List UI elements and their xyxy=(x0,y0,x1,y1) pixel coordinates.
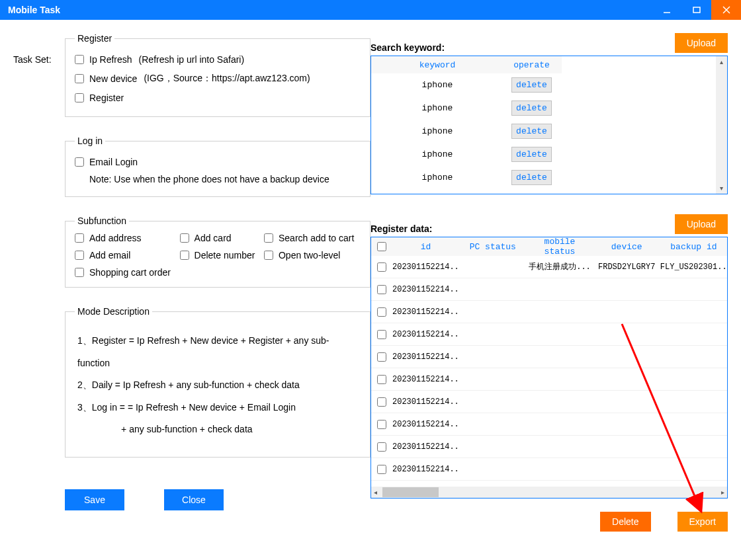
scroll-up-icon[interactable]: ▴ xyxy=(720,56,723,67)
cell-id: 202301152214... xyxy=(392,330,459,339)
subfunction-panel: Subfunction Add address Add card Search … xyxy=(65,216,370,288)
login-note: Note: Use when the phone does not have a… xyxy=(75,171,361,187)
register-row: 202301152214... xyxy=(371,301,727,323)
close-icon xyxy=(722,6,730,14)
mode-panel: Mode Description 1、Register = Ip Refresh… xyxy=(65,306,370,458)
keyword-grid: keyword operate iphonedeleteiphonedelete… xyxy=(370,56,728,194)
register-row: 202301152214... xyxy=(371,458,727,481)
cell-id: 202301152214... xyxy=(392,307,459,317)
row-checkbox[interactable] xyxy=(377,442,386,452)
register-row: 202301152214... xyxy=(371,346,727,368)
register-row: 202301152214... xyxy=(371,278,727,301)
register-row: 202301152214... xyxy=(371,391,727,413)
keyword-row: iphonedelete xyxy=(371,73,562,97)
taskset-label: Task Set: xyxy=(13,33,65,547)
select-all-checkbox[interactable] xyxy=(377,242,386,251)
mode-line-4: + any sub-function + check data xyxy=(77,419,358,441)
col-device: device xyxy=(593,242,660,252)
mode-line-1: 1、Register = Ip Refresh + New device + R… xyxy=(77,330,358,374)
ip-refresh-checkbox[interactable]: Ip Refresh xyxy=(75,54,132,65)
register-legend: Register xyxy=(75,33,114,44)
keyword-scrollbar[interactable]: ▴ ▾ xyxy=(716,56,727,194)
save-button[interactable]: Save xyxy=(65,489,124,510)
keyword-cell: iphone xyxy=(371,103,503,113)
col-pc: PC status xyxy=(459,242,526,252)
keyword-cell: iphone xyxy=(371,173,503,182)
cell-device: FRDSD2YLGRY7 xyxy=(593,262,660,272)
cell-id: 202301152214... xyxy=(392,375,459,384)
mode-line-3: 3、Log in = = Ip Refresh + New device + E… xyxy=(77,397,358,419)
keyword-row: iphonedelete xyxy=(371,97,562,120)
add-card-checkbox[interactable]: Add card xyxy=(180,233,261,243)
login-legend: Log in xyxy=(75,136,105,146)
subfunction-legend: Subfunction xyxy=(75,216,129,226)
ip-refresh-hint: (Refresh ip url into Safari) xyxy=(139,54,245,65)
register-row: 202301152214... xyxy=(371,323,727,346)
keyword-cell: iphone xyxy=(371,126,503,136)
minimize-button[interactable] xyxy=(652,0,681,20)
search-add-checkbox[interactable]: Search add to cart xyxy=(264,233,361,243)
cell-id: 202301152214... xyxy=(392,397,459,407)
mode-legend: Mode Description xyxy=(75,306,152,317)
row-checkbox[interactable] xyxy=(377,352,386,362)
scroll-right-icon[interactable]: ▸ xyxy=(719,489,727,496)
row-checkbox[interactable] xyxy=(377,465,386,474)
window-title: Mobile Task xyxy=(8,5,60,15)
delete-keyword-button[interactable]: delete xyxy=(511,100,552,116)
cell-mobile: 手机注册成功... xyxy=(526,261,593,272)
export-button[interactable]: Export xyxy=(677,512,728,532)
register-grid: id PC status mobile status device backup… xyxy=(370,237,728,499)
row-checkbox[interactable] xyxy=(377,397,386,407)
row-checkbox[interactable] xyxy=(377,307,386,317)
cell-id: 202301152214... xyxy=(392,420,459,429)
keyword-cell: iphone xyxy=(371,149,503,159)
add-email-checkbox[interactable]: Add email xyxy=(75,250,177,260)
keyword-cell: iphone xyxy=(371,80,503,90)
delete-button[interactable]: Delete xyxy=(600,512,650,532)
cell-id: 202301152214... xyxy=(392,465,459,474)
minimize-icon xyxy=(663,6,671,14)
close-button[interactable]: Close xyxy=(164,489,224,510)
upload-keywords-button[interactable]: Upload xyxy=(675,33,728,53)
row-checkbox[interactable] xyxy=(377,285,386,294)
register-row: 202301152214... xyxy=(371,436,727,458)
delete-keyword-button[interactable]: delete xyxy=(511,124,552,139)
row-checkbox[interactable] xyxy=(377,420,386,429)
delete-keyword-button[interactable]: delete xyxy=(511,170,552,185)
keyword-row: iphonedelete xyxy=(371,120,562,143)
register-checkbox[interactable]: Register xyxy=(75,93,124,103)
operate-header: operate xyxy=(503,56,560,73)
maximize-button[interactable] xyxy=(681,0,711,20)
cell-backup: FLY_US202301... xyxy=(660,262,727,272)
shopping-cart-checkbox[interactable]: Shopping cart order xyxy=(75,267,177,278)
register-row: 202301152214...手机注册成功...FRDSD2YLGRY7FLY_… xyxy=(371,256,727,278)
register-hscrollbar[interactable]: ◂ ▸ xyxy=(371,487,727,498)
register-row: 202301152214... xyxy=(371,413,727,436)
register-panel: Register Ip Refresh (Refresh ip url into… xyxy=(65,33,370,117)
upload-register-button[interactable]: Upload xyxy=(675,214,728,234)
mode-line-2: 2、Daily = Ip Refresh + any sub-function … xyxy=(77,374,358,397)
keyword-header: keyword xyxy=(371,56,503,73)
row-checkbox[interactable] xyxy=(377,262,386,272)
login-panel: Log in Email Login Note: Use when the ph… xyxy=(65,136,370,197)
delete-keyword-button[interactable]: delete xyxy=(511,147,552,162)
add-address-checkbox[interactable]: Add address xyxy=(75,233,177,243)
col-id: id xyxy=(392,242,459,252)
close-window-button[interactable] xyxy=(711,0,741,20)
cell-id: 202301152214... xyxy=(392,262,459,272)
row-checkbox[interactable] xyxy=(377,375,386,384)
row-checkbox[interactable] xyxy=(377,330,386,339)
scroll-thumb[interactable] xyxy=(382,487,439,497)
col-backup: backup id xyxy=(660,242,727,252)
window-buttons xyxy=(652,0,741,20)
svg-rect-1 xyxy=(693,7,700,13)
delete-number-checkbox[interactable]: Delete number xyxy=(180,250,261,260)
email-login-checkbox[interactable]: Email Login xyxy=(75,157,138,167)
delete-keyword-button[interactable]: delete xyxy=(511,77,552,93)
open-two-checkbox[interactable]: Open two-level xyxy=(264,250,361,260)
new-device-checkbox[interactable]: New device xyxy=(75,73,137,84)
cell-id: 202301152214... xyxy=(392,285,459,294)
scroll-down-icon[interactable]: ▾ xyxy=(720,182,723,194)
titlebar: Mobile Task xyxy=(0,0,741,20)
scroll-left-icon[interactable]: ◂ xyxy=(371,489,380,496)
